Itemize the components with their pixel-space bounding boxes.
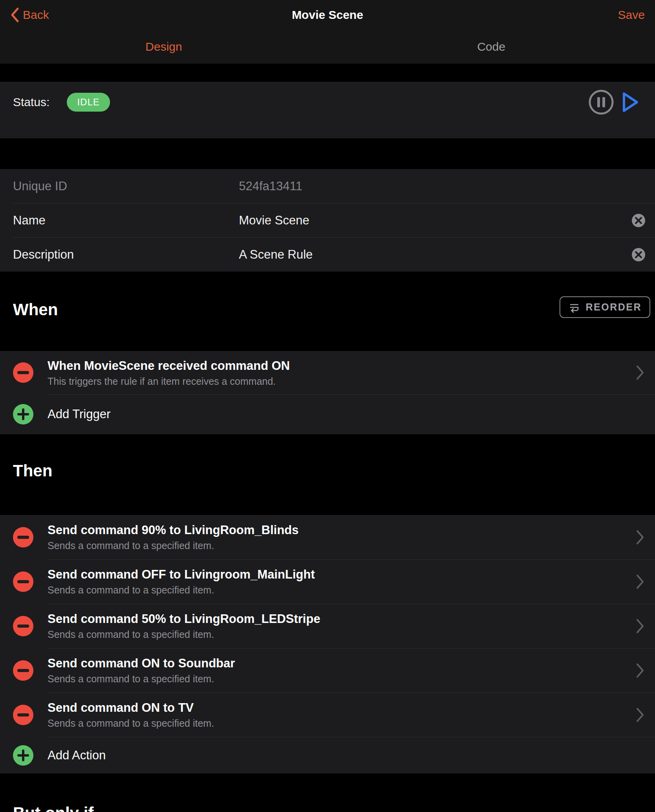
page-title: Movie Scene (0, 8, 655, 22)
action-row[interactable]: Send command OFF to Livingroom_MainLight… (0, 559, 655, 604)
chevron-right-icon (635, 663, 645, 678)
reorder-label: REORDER (585, 301, 642, 313)
action-row[interactable]: Send command 50% to LivingRoom_LEDStripe… (0, 604, 655, 648)
action-title: Send command 90% to LivingRoom_Blinds (48, 523, 629, 538)
action-subtitle: Sends a command to a specified item. (48, 629, 629, 640)
action-row[interactable]: Send command ON to Soundbar Sends a comm… (0, 648, 655, 693)
chevron-right-icon (635, 618, 645, 634)
chevron-right-icon (635, 365, 645, 380)
minus-circle-icon[interactable] (13, 705, 33, 725)
chevron-right-icon (635, 529, 645, 545)
minus-circle-icon[interactable] (13, 362, 33, 383)
add-trigger-label: Add Trigger (48, 407, 110, 421)
pause-circle-icon[interactable] (588, 89, 614, 115)
name-field[interactable]: Movie Scene (239, 213, 627, 228)
action-row[interactable]: Send command ON to TV Sends a command to… (0, 693, 655, 737)
trigger-row[interactable]: When MovieScene received command ON This… (0, 351, 655, 394)
add-action-row[interactable]: Add Action (0, 737, 655, 773)
description-label: Description (13, 248, 239, 262)
trigger-subtitle: This triggers the rule if an item receiv… (48, 376, 629, 387)
name-label: Name (13, 213, 239, 228)
nav-bar: Back Movie Scene Save (0, 0, 655, 30)
action-title: Send command ON to Soundbar (48, 656, 629, 671)
minus-circle-icon[interactable] (13, 660, 33, 681)
form-row-description: Description A Scene Rule (0, 237, 655, 272)
actions-panel: Send command 90% to LivingRoom_Blinds Se… (0, 515, 655, 773)
action-subtitle: Sends a command to a specified item. (48, 718, 629, 729)
then-heading: Then (13, 461, 52, 480)
run-controls (588, 89, 639, 115)
back-button[interactable]: Back (10, 7, 49, 23)
plus-circle-icon[interactable] (13, 745, 33, 766)
rule-form: Unique ID 524fa13411 Name Movie Scene De… (0, 169, 655, 272)
unique-id-label: Unique ID (13, 179, 239, 193)
minus-circle-icon[interactable] (13, 571, 33, 592)
form-row-unique-id: Unique ID 524fa13411 (0, 169, 655, 203)
add-trigger-row[interactable]: Add Trigger (0, 394, 655, 434)
back-chevron-icon (10, 7, 20, 23)
chevron-right-icon (635, 574, 645, 590)
action-row[interactable]: Send command 90% to LivingRoom_Blinds Se… (0, 515, 655, 559)
minus-circle-icon[interactable] (13, 527, 33, 547)
plus-circle-icon[interactable] (13, 404, 33, 424)
back-label: Back (23, 8, 49, 22)
play-icon[interactable] (621, 91, 639, 113)
description-field[interactable]: A Scene Rule (239, 248, 627, 262)
form-row-name: Name Movie Scene (0, 203, 655, 237)
action-subtitle: Sends a command to a specified item. (48, 540, 629, 551)
save-button[interactable]: Save (618, 8, 645, 22)
status-panel: Status: IDLE (0, 82, 655, 138)
clear-x-icon[interactable] (631, 213, 646, 228)
triggers-panel: When MovieScene received command ON This… (0, 351, 655, 434)
action-title: Send command OFF to Livingroom_MainLight (48, 567, 629, 582)
tab-code[interactable]: Code (328, 30, 655, 64)
clear-x-icon[interactable] (631, 248, 646, 262)
add-action-label: Add Action (48, 748, 106, 762)
action-subtitle: Sends a command to a specified item. (48, 584, 629, 596)
tab-bar: Design Code (0, 30, 655, 64)
minus-circle-icon[interactable] (13, 616, 33, 636)
reorder-button[interactable]: REORDER (560, 296, 650, 318)
action-title: Send command 50% to LivingRoom_LEDStripe (48, 612, 629, 626)
header: Back Movie Scene Save Design Code (0, 0, 655, 64)
trigger-title: When MovieScene received command ON (48, 358, 629, 373)
action-subtitle: Sends a command to a specified item. (48, 673, 629, 685)
status-label: Status: (13, 96, 50, 109)
chevron-right-icon (635, 707, 645, 723)
action-title: Send command ON to TV (48, 700, 629, 715)
status-badge: IDLE (67, 93, 110, 112)
but-only-if-heading: But only if... (13, 804, 107, 812)
reorder-return-icon (568, 301, 580, 313)
tab-design[interactable]: Design (0, 30, 328, 64)
when-heading: When (13, 300, 58, 319)
unique-id-value: 524fa13411 (239, 179, 646, 193)
